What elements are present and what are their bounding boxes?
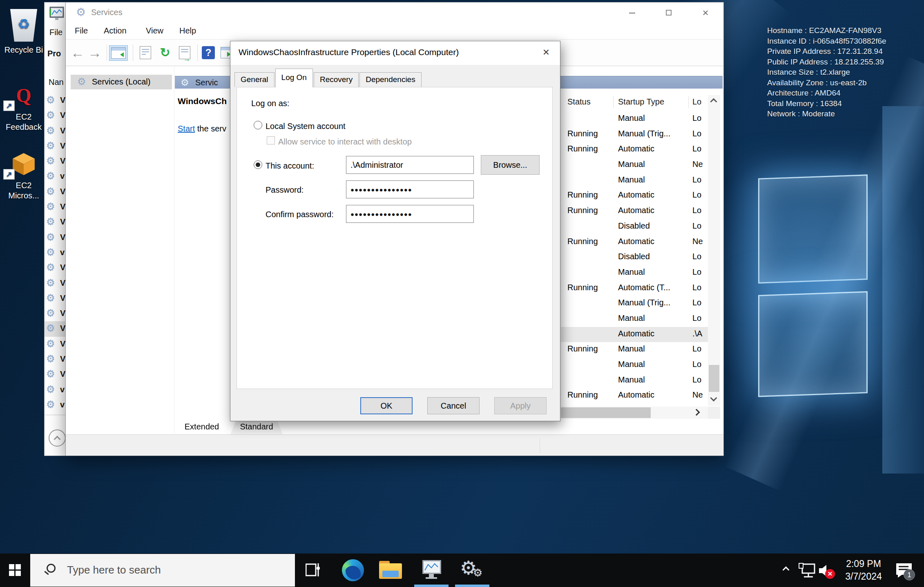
- this-account-radio[interactable]: [254, 160, 262, 169]
- menu-view[interactable]: View: [146, 26, 163, 36]
- browse-button[interactable]: Browse...: [481, 155, 540, 175]
- apply-button[interactable]: Apply: [494, 397, 547, 414]
- desktop-icon-recycle-bin[interactable]: ♻ Recycle Bi: [0, 9, 47, 55]
- tab-extended[interactable]: Extended: [174, 420, 230, 434]
- scroll-down-icon[interactable]: [710, 395, 717, 402]
- horizontal-scrollbar[interactable]: [561, 407, 708, 419]
- menu-file[interactable]: File: [75, 26, 88, 36]
- file-explorer-button[interactable]: [372, 554, 409, 587]
- background-service-row[interactable]: ⚙V: [45, 139, 68, 154]
- menu-action[interactable]: Action: [104, 26, 127, 36]
- tree-item-services-local[interactable]: ⚙ Services (Local): [71, 75, 172, 89]
- table-row[interactable]: RunningAutomatic (T...Lo: [561, 281, 708, 296]
- column-log-on-as[interactable]: Lo: [692, 97, 701, 107]
- show-console-tree-button[interactable]: [109, 45, 128, 61]
- background-service-row[interactable]: ⚙v: [45, 382, 68, 398]
- column-status[interactable]: Status: [567, 97, 591, 107]
- interact-desktop-checkbox[interactable]: [267, 136, 275, 145]
- services-titlebar[interactable]: ⚙ Services ×: [66, 2, 723, 23]
- background-service-row[interactable]: ⚙V: [45, 337, 68, 352]
- background-service-row[interactable]: ⚙v: [45, 398, 68, 413]
- volume-muted-icon[interactable]: ✕: [818, 554, 839, 587]
- background-menu-file[interactable]: File: [49, 28, 62, 37]
- menu-help[interactable]: Help: [179, 26, 196, 36]
- table-row[interactable]: RunningAutomaticLo: [561, 204, 708, 219]
- confirm-password-input[interactable]: [346, 205, 474, 223]
- desktop-icon-ec2-feedback[interactable]: Q ↗ EC2 Feedback: [0, 85, 47, 132]
- help-button[interactable]: ?: [201, 45, 216, 61]
- start-button[interactable]: [0, 554, 27, 587]
- background-service-row[interactable]: ⚙V: [45, 108, 68, 123]
- table-row[interactable]: RunningManualLo: [561, 342, 708, 358]
- background-service-row[interactable]: ⚙V: [45, 321, 68, 336]
- collapse-button[interactable]: [49, 429, 66, 447]
- this-account-label[interactable]: This account:: [266, 161, 314, 171]
- forward-button[interactable]: →: [87, 45, 103, 61]
- table-row[interactable]: RunningAutomaticLo: [561, 188, 708, 204]
- table-row[interactable]: DisabledLo: [561, 219, 708, 235]
- background-service-row[interactable]: ⚙V: [45, 352, 68, 367]
- task-view-button[interactable]: [296, 554, 331, 587]
- background-service-row[interactable]: ⚙V: [45, 93, 68, 108]
- perfmon-button[interactable]: [413, 554, 450, 587]
- background-service-row[interactable]: ⚙V: [45, 200, 68, 215]
- table-row[interactable]: RunningAutomaticNe: [561, 235, 708, 250]
- table-row[interactable]: ManualLo: [561, 111, 708, 127]
- account-input[interactable]: [346, 156, 474, 174]
- network-icon[interactable]: [797, 554, 818, 587]
- background-service-row[interactable]: ⚙V: [45, 185, 68, 200]
- table-row[interactable]: ManualLo: [561, 373, 708, 389]
- start-service-link[interactable]: Start: [178, 124, 195, 133]
- dialog-titlebar[interactable]: WindowsChaosInfrastructure Properties (L…: [230, 41, 560, 65]
- background-service-row[interactable]: ⚙V: [45, 306, 68, 321]
- background-service-row[interactable]: ⚙V: [45, 124, 68, 139]
- ok-button[interactable]: OK: [360, 397, 413, 414]
- tab-standard[interactable]: Standard: [230, 420, 283, 434]
- services-taskbar-button[interactable]: ⚙⚙: [453, 554, 491, 587]
- dialog-close-button[interactable]: ×: [536, 44, 556, 61]
- table-row[interactable]: Automatic.\A: [561, 327, 708, 342]
- column-startup-type[interactable]: Startup Type: [618, 97, 664, 107]
- minimize-button[interactable]: [622, 6, 642, 20]
- background-service-row[interactable]: ⚙v: [45, 245, 68, 260]
- table-row[interactable]: ManualNe: [561, 158, 708, 173]
- properties-button[interactable]: [138, 45, 153, 61]
- background-service-row[interactable]: ⚙V: [45, 260, 68, 276]
- taskbar-clock[interactable]: 2:09 PM 3/7/2024: [838, 558, 889, 583]
- background-service-row[interactable]: ⚙V: [45, 215, 68, 230]
- scroll-up-icon[interactable]: [710, 98, 717, 105]
- table-row[interactable]: ManualLo: [561, 173, 708, 189]
- table-row[interactable]: ManualLo: [561, 311, 708, 327]
- close-button[interactable]: ×: [696, 6, 715, 20]
- tab-dependencies[interactable]: Dependencies: [359, 72, 421, 87]
- back-button[interactable]: ←: [70, 45, 85, 61]
- tab-recovery[interactable]: Recovery: [314, 72, 359, 87]
- table-row[interactable]: RunningManual (Trig...Lo: [561, 127, 708, 142]
- local-system-label[interactable]: Local System account: [266, 122, 346, 131]
- desktop-icon-ec2-microsoft[interactable]: ↗ EC2 Micros...: [0, 153, 47, 201]
- background-service-row[interactable]: ⚙V: [45, 367, 68, 382]
- background-service-row[interactable]: ⚙v: [45, 169, 68, 184]
- table-row[interactable]: ManualLo: [561, 358, 708, 373]
- local-system-radio[interactable]: [254, 121, 262, 129]
- table-row[interactable]: DisabledLo: [561, 250, 708, 265]
- vertical-scrollbar[interactable]: [708, 95, 720, 406]
- background-service-row[interactable]: ⚙V: [45, 276, 68, 291]
- background-column-header[interactable]: Nan: [49, 78, 64, 87]
- background-service-row[interactable]: ⚙V: [45, 230, 68, 245]
- table-row[interactable]: Manual (Trig...Lo: [561, 296, 708, 311]
- edge-button[interactable]: [334, 554, 372, 587]
- export-list-button[interactable]: →: [177, 45, 192, 61]
- refresh-button[interactable]: ↻: [157, 45, 173, 61]
- action-center-button[interactable]: 1: [890, 554, 924, 587]
- tab-general[interactable]: General: [234, 72, 275, 87]
- table-row[interactable]: RunningAutomaticNe: [561, 388, 708, 404]
- table-row[interactable]: ManualLo: [561, 265, 708, 281]
- scrollbar-thumb[interactable]: [709, 365, 719, 392]
- password-input[interactable]: [346, 180, 474, 198]
- background-service-row[interactable]: ⚙V: [45, 154, 68, 169]
- tab-log-on[interactable]: Log On: [275, 69, 313, 87]
- taskbar-search[interactable]: Type here to search: [30, 554, 295, 587]
- scrollbar-thumb[interactable]: [561, 407, 651, 418]
- maximize-button[interactable]: [659, 6, 678, 20]
